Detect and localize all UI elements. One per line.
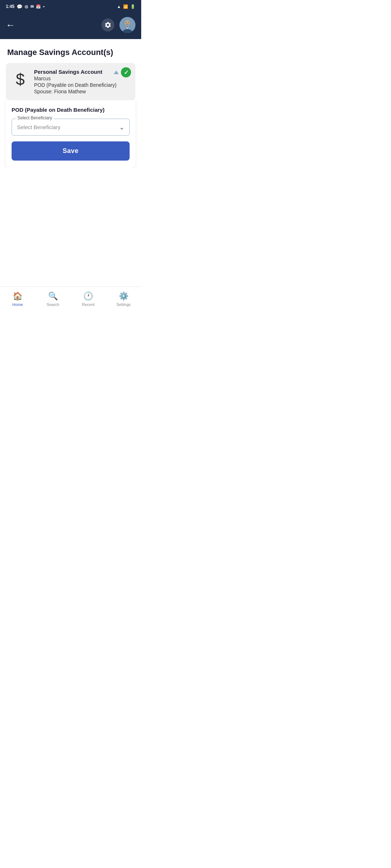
battery-icon: 🔋 — [130, 4, 135, 9]
gear-button[interactable] — [101, 18, 114, 31]
status-icons: ▲ 📶 🔋 — [117, 4, 135, 9]
content-area — [0, 168, 141, 286]
avatar-image — [119, 17, 135, 33]
nav-right-controls — [101, 17, 135, 33]
status-time: 1:45 💬 ◎ ✉ 📅 • — [6, 4, 45, 9]
up-arrow-icon — [114, 71, 119, 74]
beneficiary-field-group: Select Beneficiary Select Beneficiary ⌄ — [12, 119, 130, 136]
nav-item-search[interactable]: 🔍 Search — [35, 292, 71, 307]
svg-point-3 — [128, 22, 129, 23]
account-pod-label: POD (Payable on Death Beneficiary) — [34, 82, 130, 88]
account-card: $ Personal Savings Account Marcus POD (P… — [6, 63, 135, 100]
settings-icon: ⚙️ — [119, 292, 129, 301]
messenger-icon: 💬 — [17, 4, 22, 9]
pod-section: POD (Payable on Death Beneficiary) Selec… — [6, 100, 135, 168]
page-title-section: Manage Savings Account(s) — [0, 39, 141, 63]
beneficiary-field-label: Select Beneficiary — [16, 115, 54, 120]
back-button[interactable]: ← — [6, 20, 15, 31]
nav-label-home: Home — [12, 302, 23, 307]
nav-item-home[interactable]: 🏠 Home — [0, 292, 35, 307]
nav-item-recent[interactable]: 🕐 Recent — [71, 292, 106, 307]
nav-label-search: Search — [47, 302, 59, 307]
circle-icon: ◎ — [25, 4, 28, 9]
dot-icon: • — [43, 4, 45, 9]
save-button[interactable]: Save — [12, 141, 130, 161]
back-arrow-icon: ← — [6, 20, 15, 31]
select-wrapper: Select Beneficiary ⌄ — [12, 119, 130, 136]
search-icon: 🔍 — [48, 292, 58, 301]
user-avatar[interactable] — [119, 17, 135, 33]
dollar-sign-icon: $ — [16, 72, 25, 88]
time-display: 1:45 — [6, 4, 14, 9]
status-bar: 1:45 💬 ◎ ✉ 📅 • ▲ 📶 🔋 — [0, 0, 141, 13]
account-icon: $ — [12, 69, 29, 90]
nav-bar: ← — [0, 13, 141, 39]
signal-icon: 📶 — [123, 4, 128, 9]
up-arrow-badge — [114, 71, 119, 74]
nav-item-settings[interactable]: ⚙️ Settings — [106, 292, 142, 307]
page-title: Manage Savings Account(s) — [7, 48, 134, 57]
beneficiary-select[interactable]: Select Beneficiary — [12, 119, 130, 136]
svg-point-2 — [126, 22, 127, 23]
calendar-icon: 📅 — [36, 4, 41, 9]
home-icon: 🏠 — [13, 292, 22, 301]
wifi-icon: ▲ — [117, 4, 121, 9]
bottom-nav: 🏠 Home 🔍 Search 🕐 Recent ⚙️ Settings — [0, 286, 141, 312]
gear-icon — [104, 21, 112, 29]
check-badge — [121, 67, 131, 77]
nav-label-settings: Settings — [116, 302, 131, 307]
pod-section-title: POD (Payable on Death Beneficiary) — [12, 107, 130, 113]
nav-label-recent: Recent — [82, 302, 94, 307]
account-badges — [114, 67, 131, 77]
mail-icon: ✉ — [30, 4, 34, 9]
account-spouse: Spouse: Fiona Mathew — [34, 89, 130, 94]
recent-icon: 🕐 — [83, 292, 93, 301]
